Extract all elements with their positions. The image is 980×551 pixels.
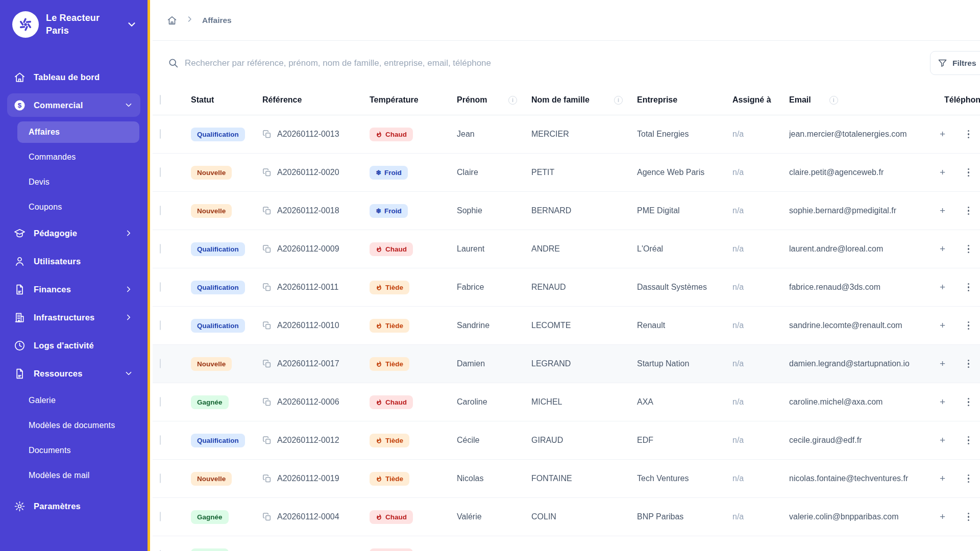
row-menu-button[interactable]	[957, 396, 980, 409]
copy-icon[interactable]	[262, 436, 272, 445]
add-phone-button[interactable]: +	[940, 358, 945, 369]
sidebar-item-utilisateurs[interactable]: Utilisateurs	[7, 249, 140, 273]
add-phone-button[interactable]: +	[940, 473, 945, 484]
copy-icon[interactable]	[262, 321, 272, 330]
org-switcher[interactable]: Le Reacteur Paris	[0, 0, 148, 48]
table-row[interactable]: NouvelleA20260112-0017TièdeDamienLEGRAND…	[153, 345, 980, 383]
table-row[interactable]: QualificationA20260112-0011TièdeFabriceR…	[153, 268, 980, 307]
column-header-telephone[interactable]: Téléphone	[940, 95, 980, 105]
row-menu-button[interactable]	[957, 243, 980, 256]
temperature-badge: Tiède	[370, 434, 409, 447]
add-phone-button[interactable]: +	[940, 167, 945, 178]
row-checkbox[interactable]	[160, 359, 161, 368]
copy-icon[interactable]	[262, 206, 272, 215]
table-row[interactable]: QualificationA20260112-0012TièdeCécileGI…	[153, 421, 980, 460]
row-menu-button[interactable]	[957, 549, 980, 551]
column-header-entreprise[interactable]: Entreprise	[637, 95, 732, 105]
table-row[interactable]: NouvelleA20260112-0020❄FroidClairePETITA…	[153, 154, 980, 192]
copy-icon[interactable]	[262, 512, 272, 521]
row-menu-button[interactable]	[957, 205, 980, 217]
row-menu-button[interactable]	[957, 472, 980, 485]
sidebar-item-infrastructures[interactable]: Infrastructures	[7, 306, 140, 329]
breadcrumb-page[interactable]: Affaires	[202, 16, 232, 25]
sidebar-item-ressources[interactable]: Ressources	[7, 362, 140, 385]
sidebar-item-p-dagogie[interactable]: Pédagogie	[7, 221, 140, 245]
temperature-badge: ❄Froid	[370, 166, 408, 180]
row-checkbox[interactable]	[160, 512, 161, 521]
search-input[interactable]	[185, 58, 644, 68]
sidebar-item-logs-d-activit-[interactable]: Logs d'activité	[7, 334, 140, 357]
column-header-statut[interactable]: Statut	[191, 95, 262, 105]
copy-icon[interactable]	[262, 474, 272, 483]
copy-icon[interactable]	[262, 359, 272, 368]
row-checkbox[interactable]	[160, 397, 161, 407]
email: cecile.giraud@edf.fr	[789, 436, 940, 445]
row-menu-button[interactable]	[957, 511, 980, 523]
add-phone-button[interactable]: +	[940, 435, 945, 445]
add-phone-button[interactable]: +	[940, 205, 945, 216]
sidebar-subitem-devis[interactable]: Devis	[17, 171, 139, 193]
add-phone-button[interactable]: +	[940, 320, 945, 331]
add-phone-button[interactable]: +	[940, 282, 945, 292]
add-phone-button[interactable]: +	[940, 243, 945, 254]
copy-icon[interactable]	[262, 130, 272, 139]
copy-icon[interactable]	[262, 397, 272, 407]
sidebar-subitem-documents[interactable]: Documents	[17, 440, 139, 461]
sidebar-subitem-mod-les-de-mail[interactable]: Modèles de mail	[17, 465, 139, 486]
table-row[interactable]: NouvelleA20260112-0019TièdeNicolasFONTAI…	[153, 460, 980, 498]
copy-icon[interactable]	[262, 168, 272, 177]
column-header-nom[interactable]: Nom de famillei	[531, 95, 637, 105]
table-row[interactable]: GagnéeA20260112-0004ChaudValérieCOLINBNP…	[153, 498, 980, 536]
row-checkbox[interactable]	[160, 435, 161, 445]
sidebar-item-commercial[interactable]: $Commercial	[7, 93, 140, 117]
row-menu-button[interactable]	[957, 128, 980, 141]
last-name: PETIT	[531, 168, 637, 177]
sidebar-subitem-affaires[interactable]: Affaires	[17, 121, 139, 143]
select-all-checkbox[interactable]	[160, 95, 161, 105]
column-header-prenom[interactable]: Prénomi	[457, 95, 531, 105]
row-menu-button[interactable]	[957, 358, 980, 370]
info-icon[interactable]: i	[508, 96, 517, 105]
column-header-email[interactable]: Emaili	[789, 95, 940, 105]
add-phone-button[interactable]: +	[940, 396, 945, 407]
table-row[interactable]: QualificationA20260112-0010TièdeSandrine…	[153, 307, 980, 345]
add-phone-button[interactable]: +	[940, 511, 945, 522]
table-row[interactable]: QualificationA20260112-0013ChaudJeanMERC…	[153, 115, 980, 154]
building-icon	[13, 311, 26, 323]
sidebar-subitem-commandes[interactable]: Commandes	[17, 146, 139, 168]
table-row[interactable]: QualificationA20260112-0009ChaudLaurentA…	[153, 230, 980, 268]
filters-button[interactable]: Filtres	[930, 51, 980, 75]
info-icon[interactable]: i	[829, 96, 838, 105]
column-header-assigne[interactable]: Assigné à	[732, 95, 789, 105]
copy-icon[interactable]	[262, 283, 272, 292]
row-checkbox[interactable]	[160, 244, 161, 254]
table-row[interactable]: GagnéeA20260112-0003ChaudStéphaneMORINOr…	[153, 536, 980, 551]
row-menu-button[interactable]	[957, 434, 980, 447]
table-row[interactable]: NouvelleA20260112-0018❄FroidSophieBERNAR…	[153, 192, 980, 230]
sidebar-item-param-tres[interactable]: Paramètres	[7, 494, 140, 518]
table-row[interactable]: GagnéeA20260112-0006ChaudCarolineMICHELA…	[153, 383, 980, 421]
sidebar-subitem-coupons[interactable]: Coupons	[17, 196, 139, 218]
sidebar-item-label: Utilisateurs	[34, 257, 81, 266]
row-checkbox[interactable]	[160, 206, 161, 215]
copy-icon[interactable]	[262, 244, 272, 254]
sidebar-item-tableau-de-bord[interactable]: Tableau de bord	[7, 65, 140, 89]
home-icon[interactable]	[167, 15, 177, 26]
add-phone-button[interactable]: +	[940, 129, 945, 139]
email: fabrice.renaud@3ds.com	[789, 283, 940, 292]
column-header-temperature[interactable]: Température	[370, 95, 457, 105]
row-checkbox[interactable]	[160, 282, 161, 292]
row-checkbox[interactable]	[160, 473, 161, 483]
row-menu-button[interactable]	[957, 281, 980, 294]
sidebar-subitem-mod-les-de-documents[interactable]: Modèles de documents	[17, 415, 139, 436]
row-menu-button[interactable]	[957, 166, 980, 179]
sidebar-subitem-galerie[interactable]: Galerie	[17, 390, 139, 411]
row-checkbox[interactable]	[160, 320, 161, 330]
info-icon[interactable]: i	[614, 96, 623, 105]
temperature-badge: Tiède	[370, 357, 409, 371]
row-menu-button[interactable]	[957, 319, 980, 332]
sidebar-item-finances[interactable]: Finances	[7, 278, 140, 301]
row-checkbox[interactable]	[160, 129, 161, 139]
row-checkbox[interactable]	[160, 167, 161, 177]
column-header-reference[interactable]: Référence	[262, 95, 370, 105]
